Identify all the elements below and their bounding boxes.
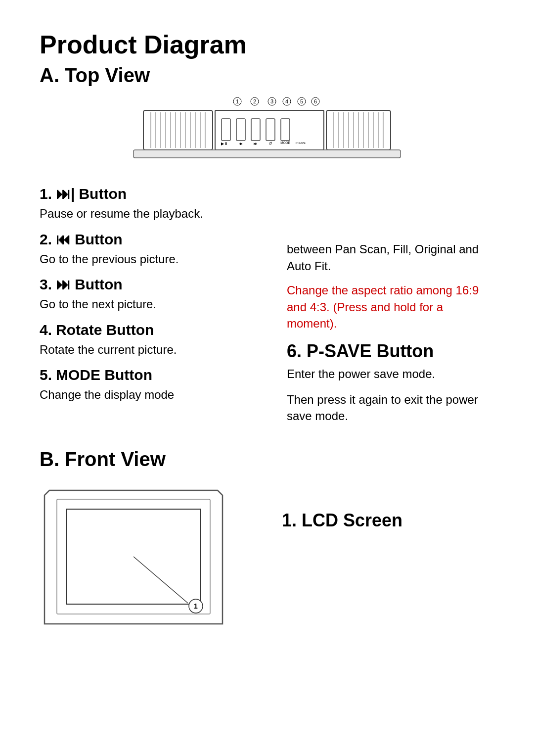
btn3-label: Button (75, 276, 123, 293)
btn1-desc: Pause or resume the playback. (40, 205, 247, 222)
psave-heading: 6. P-SAVE Button (287, 341, 494, 362)
right-column: between Pan Scan, Fill, Original and Aut… (282, 186, 494, 433)
btn1-icon: ⏭| (56, 186, 75, 202)
svg-text:6: 6 (314, 98, 317, 104)
btn1-num: 1. (40, 186, 52, 202)
section-a-title: A. Top View (40, 64, 494, 87)
page-title: Product Diagram (40, 30, 494, 59)
btn3-icon: ⏭ (56, 276, 71, 293)
front-view-row: 1 1. LCD Screen (40, 480, 494, 639)
btn3-desc: Go to the next picture. (40, 296, 247, 313)
svg-text:P-SAVE: P-SAVE (296, 142, 306, 144)
btn5-desc: Change the display mode (40, 386, 247, 403)
psave-desc1: Enter the power save mode. (287, 366, 494, 382)
svg-text:MODE: MODE (280, 141, 290, 144)
section-b: B. Front View 1 1. LCD Screen (40, 448, 494, 639)
svg-rect-49 (134, 150, 400, 158)
svg-text:5: 5 (300, 98, 303, 104)
svg-text:3: 3 (270, 98, 273, 104)
svg-rect-27 (236, 119, 245, 141)
button-5-heading: 5. MODE Button (40, 367, 247, 383)
button-4-heading: 4. Rotate Button (40, 322, 247, 338)
button-descriptions: 1. ⏭| Button Pause or resume the playbac… (40, 186, 494, 433)
psave-desc2: Then press it again to exit the power sa… (287, 391, 494, 425)
red-aspect-text: Change the aspect ratio among 16:9 and 4… (287, 282, 494, 332)
left-column: 1. ⏭| Button Pause or resume the playbac… (40, 186, 252, 433)
front-view-diagram: 1 (40, 480, 252, 639)
btn5-num: 5. (40, 367, 52, 383)
btn4-label: Rotate Button (56, 322, 154, 338)
svg-rect-26 (222, 119, 230, 141)
svg-rect-28 (251, 119, 260, 141)
svg-line-52 (134, 557, 188, 603)
btn5-label: MODE Button (56, 367, 152, 383)
svg-text:⏭: ⏭ (254, 142, 258, 146)
btn2-icon: ⏮ (56, 231, 71, 248)
btn4-num: 4. (40, 322, 52, 338)
svg-rect-29 (266, 119, 275, 141)
svg-text:2: 2 (253, 98, 256, 104)
lcd-heading: 1. LCD Screen (282, 510, 494, 531)
button-2-heading: 2. ⏮ Button (40, 231, 247, 248)
svg-rect-30 (281, 119, 290, 141)
section-b-title: B. Front View (40, 448, 494, 471)
btn1-label: Button (79, 186, 127, 202)
btn2-desc: Go to the previous picture. (40, 251, 247, 268)
svg-text:▶⏸: ▶⏸ (221, 142, 228, 146)
svg-text:↺: ↺ (268, 141, 272, 146)
btn3-num: 3. (40, 276, 52, 293)
btn2-num: 2. (40, 231, 52, 248)
svg-text:⏮: ⏮ (239, 142, 243, 146)
btn4-desc: Rotate the current picture. (40, 341, 247, 358)
svg-text:1: 1 (236, 98, 239, 104)
svg-rect-12 (143, 110, 213, 150)
lcd-label-area: 1. LCD Screen (282, 480, 494, 531)
top-view-diagram: 1 2 3 4 5 6 (40, 96, 494, 166)
btn2-label: Button (75, 231, 123, 248)
svg-text:1: 1 (194, 602, 198, 610)
button-3-heading: 3. ⏭ Button (40, 276, 247, 293)
button-1-heading: 1. ⏭| Button (40, 186, 247, 202)
between-text: between Pan Scan, Fill, Original and Aut… (287, 241, 494, 274)
svg-text:4: 4 (285, 98, 288, 104)
